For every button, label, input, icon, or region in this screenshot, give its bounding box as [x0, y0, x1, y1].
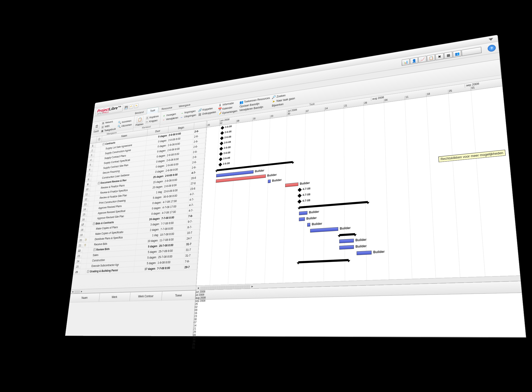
task-bar[interactable] [285, 183, 298, 187]
duration-cell[interactable]: 5 dagen [134, 260, 157, 267]
end-cell[interactable]: 31-7 [185, 241, 198, 247]
milestone-label: 4-7-08 [302, 187, 310, 191]
plakken-button[interactable]: 📋Plakken [136, 115, 144, 127]
row-number[interactable]: 6 [86, 167, 93, 173]
milestone-icon[interactable] [218, 163, 222, 167]
end-cell[interactable]: 31-7 [185, 246, 198, 253]
help-icon[interactable]: ? [488, 44, 496, 52]
row-number[interactable]: 5 [87, 162, 94, 168]
row-number[interactable]: 25 [74, 264, 81, 269]
bcol-werk[interactable]: Werk [99, 292, 130, 302]
row-number[interactable]: 26 [73, 269, 80, 275]
bcol-toewi[interactable]: Toewi [162, 290, 196, 301]
end-cell[interactable]: 24-7 [186, 235, 199, 241]
milestone-label: 4-7-08 [302, 193, 310, 196]
end-cell[interactable]: 29-7 [184, 264, 197, 270]
row-number[interactable]: 21 [76, 243, 84, 248]
milestone-icon[interactable] [220, 147, 223, 151]
row-number[interactable]: 10 [84, 187, 91, 192]
task-bar-label: Builder [356, 238, 367, 242]
milestone-icon[interactable] [220, 131, 224, 135]
app-window: ProjectLibre™ OPENPROJ 💾 ↶ ↷ 📊 👤 📈 📋 ✖ ▦… [65, 35, 526, 338]
row-info-cell [86, 216, 92, 222]
task-bar[interactable] [356, 251, 372, 255]
row-info-cell [80, 264, 87, 269]
milestone-icon[interactable] [221, 126, 224, 130]
row-number[interactable]: 22 [76, 248, 83, 253]
table-icon[interactable]: ▦ [444, 51, 452, 59]
task-bar[interactable] [339, 245, 354, 250]
row-number[interactable]: 23 [75, 253, 82, 259]
begin-cell[interactable]: 7-7-08 8:00 [156, 264, 184, 271]
row-number[interactable]: 8 [85, 177, 92, 182]
collapse-icon[interactable]: − [93, 248, 96, 251]
milestone-icon[interactable] [298, 188, 302, 192]
row-number[interactable]: 12 [82, 196, 90, 202]
row-number[interactable]: 7 [86, 172, 93, 177]
task-bar[interactable] [307, 223, 310, 227]
collapse-icon[interactable]: − [87, 270, 89, 273]
end-cell[interactable]: 7-8- [184, 258, 197, 264]
row-number[interactable]: 14 [81, 206, 88, 212]
task-bar-label: Builder [306, 216, 316, 220]
delete-view-icon[interactable]: ✖ [435, 53, 444, 60]
end-cell[interactable]: 31-7 [184, 252, 198, 258]
end-cell[interactable]: 9-7- [187, 218, 200, 224]
collapse-icon[interactable]: − [98, 182, 100, 184]
gantt-button[interactable]: ☰Gantt [93, 123, 100, 133]
save-icon[interactable]: 💾 [124, 105, 128, 110]
row-info-cell [88, 206, 94, 211]
task-bar[interactable] [339, 239, 354, 243]
end-cell[interactable]: 8-7- [186, 224, 200, 230]
row-number[interactable]: 20 [77, 237, 84, 243]
milestone-icon[interactable] [220, 142, 223, 145]
end-cell[interactable]: 7-8- [187, 212, 200, 219]
month-label: jul 2008 [287, 108, 297, 113]
col-header-rownum[interactable] [90, 137, 97, 144]
undo-icon[interactable]: ↶ [129, 104, 134, 109]
bcol-naam[interactable]: Naam [70, 293, 100, 302]
chart-icon[interactable]: 📊 [402, 58, 410, 66]
blank-box[interactable] [462, 47, 482, 56]
task-bar[interactable] [299, 211, 308, 215]
milestone-icon[interactable] [220, 136, 224, 140]
end-cell[interactable]: 4-7- [188, 207, 201, 213]
row-number[interactable]: 11 [83, 192, 90, 197]
row-number[interactable]: 15 [80, 212, 88, 217]
resource-icon[interactable]: 👤 [410, 57, 418, 64]
milestone-label: 2-6-08 [224, 146, 231, 149]
task-grid-body[interactable]: 1−Contracts0 dagen2-6-08 8:002-6-2Supply… [71, 128, 207, 289]
row-info-cell [96, 142, 102, 148]
summary-bar[interactable] [339, 233, 355, 236]
end-cell[interactable]: 10-7 [186, 229, 199, 236]
row-number[interactable]: 17 [79, 222, 86, 227]
bcol-contour[interactable]: Werk Contour [130, 291, 162, 301]
collapse-icon[interactable]: − [93, 222, 95, 225]
task-bar[interactable] [299, 217, 305, 221]
row-number[interactable]: 18 [78, 227, 86, 232]
row-number[interactable]: 16 [80, 217, 87, 222]
milestone-icon[interactable] [219, 157, 222, 161]
redo-icon[interactable]: ↷ [134, 103, 138, 108]
window-dropdown-icon[interactable] [488, 38, 493, 41]
milestone-icon[interactable] [298, 199, 302, 204]
row-info-cell [89, 196, 95, 201]
row-info-cell: 🗒 [84, 237, 90, 242]
row-number[interactable]: 24 [74, 258, 82, 264]
collapse-icon[interactable]: − [102, 143, 105, 145]
milestone-label: 2-6-08 [224, 135, 231, 139]
milestone-icon[interactable] [219, 152, 222, 156]
task-bar[interactable] [268, 180, 271, 183]
task-bar[interactable] [310, 227, 338, 233]
task-bar-label: Builder [373, 250, 385, 254]
duration-cell[interactable]: 17 dagen [134, 266, 156, 272]
row-number[interactable]: 19 [78, 232, 85, 238]
row-number[interactable]: 9 [84, 182, 92, 187]
summary-bar[interactable] [298, 259, 349, 263]
row-info-cell [92, 176, 98, 181]
list-icon[interactable]: 📋 [427, 54, 435, 61]
graph-icon[interactable]: 📈 [418, 56, 426, 63]
milestone-icon[interactable] [298, 194, 302, 198]
person-icon[interactable]: 👥 [453, 50, 462, 57]
row-number[interactable]: 13 [82, 201, 89, 207]
